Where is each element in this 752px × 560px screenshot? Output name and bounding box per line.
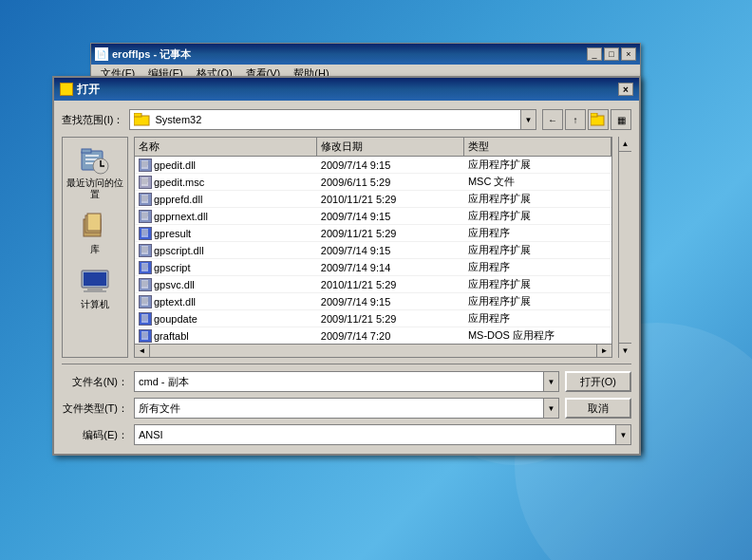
svg-rect-33 [141,229,148,237]
sidebar: 最近访问的位置 库 [62,137,128,358]
file-name: gpsvc.dll [154,279,195,290]
file-row[interactable]: gpprefd.dll 2010/11/21 5:29 应用程序扩展 [135,191,611,208]
dialog-close-btn[interactable]: × [618,83,633,96]
new-folder-btn[interactable] [588,109,609,130]
encoding-combo[interactable]: ANSI ▼ [134,424,631,445]
svg-rect-16 [84,290,106,292]
file-row[interactable]: gpedit.msc 2009/6/11 5:29 MSC 文件 [135,174,611,191]
file-type-icon [139,312,152,326]
file-row[interactable]: graftabl 2009/7/14 7:20 MS-DOS 应用程序 [135,327,611,344]
recent-icon [80,145,110,176]
sidebar-item-computer[interactable]: 计算机 [80,267,110,310]
file-type-icon [139,227,152,240]
svg-rect-5 [82,149,91,153]
svg-rect-3 [591,113,597,117]
location-combo[interactable]: System32 ▼ [129,109,536,130]
file-name: gpresult [154,228,191,239]
file-row[interactable]: gpsvc.dll 2010/11/21 5:29 应用程序扩展 [135,276,611,293]
file-type-cell: 应用程序 [464,226,611,240]
file-row[interactable]: gpscript.dll 2009/7/14 9:15 应用程序扩展 [135,242,611,259]
file-type-icon [139,261,152,274]
location-bar: 查找范围(I)： System32 ▼ ← ↑ ▦ [62,108,631,131]
bottom-form: 文件名(N)： cmd - 副本 ▼ 打开(O) 文件类型(T)： 所有文件 ▼… [62,364,631,446]
file-type-icon [139,176,152,189]
file-type-cell: 应用程序扩展 [464,277,611,291]
col-header-type[interactable]: 类型 [464,138,611,156]
svg-rect-49 [141,297,148,306]
up-btn[interactable]: ↑ [565,109,586,130]
svg-rect-57 [141,331,148,340]
encoding-dropdown-arrow[interactable]: ▼ [615,425,630,444]
file-name-cell: gptext.dll [135,295,317,308]
file-date-cell: 2009/7/14 7:20 [317,330,464,342]
filename-dropdown-arrow[interactable]: ▼ [543,372,558,391]
filetype-combo[interactable]: 所有文件 ▼ [134,398,559,419]
file-type-cell: 应用程序 [464,260,611,274]
scrollbar-horizontal[interactable]: ◄ ► [135,344,611,357]
encoding-label: 编码(E)： [62,428,128,442]
scrollbar-vertical[interactable]: ▲ ▼ [618,137,631,358]
view-btn[interactable]: ▦ [611,109,631,130]
cancel-btn[interactable]: 取消 [565,398,631,419]
file-type-icon [139,210,152,223]
file-type-icon [139,295,152,308]
file-date-cell: 2009/11/21 5:29 [317,313,464,325]
notepad-close-btn[interactable]: × [621,47,636,61]
notepad-win-controls: _ □ × [587,47,636,61]
library-icon [80,212,110,242]
dialog-title-label: 打开 [77,82,100,98]
file-row[interactable]: gpresult 2009/11/21 5:29 应用程序 [135,225,611,242]
notepad-title-text: erofflps - 记事本 [112,47,191,62]
col-header-name[interactable]: 名称 [135,138,317,156]
filename-value: cmd - 副本 [139,375,189,389]
encoding-row: 编码(E)： ANSI ▼ [62,423,631,446]
col-header-date[interactable]: 修改日期 [317,138,464,156]
file-name-cell: gpresult [135,227,317,240]
file-name-cell: goupdate [135,312,317,326]
sidebar-item-recent[interactable]: 最近访问的位置 [63,145,127,200]
notepad-minimize-btn[interactable]: _ [587,47,602,61]
file-type-cell: MSC 文件 [464,175,611,189]
file-row[interactable]: gpprnext.dll 2009/7/14 9:15 应用程序扩展 [135,208,611,225]
file-row[interactable]: gptext.dll 2009/7/14 9:15 应用程序扩展 [135,293,611,310]
dialog-title: 打开 [60,82,100,98]
file-type-icon [139,244,152,257]
sidebar-item-library[interactable]: 库 [80,212,110,255]
notepad-title: 📄 erofflps - 记事本 [95,47,191,62]
back-btn[interactable]: ← [542,109,563,130]
computer-icon [80,267,110,297]
file-type-icon [139,278,152,291]
filename-label: 文件名(N)： [62,375,128,389]
location-dropdown-arrow[interactable]: ▼ [520,110,536,129]
filename-combo[interactable]: cmd - 副本 ▼ [134,371,559,392]
notepad-titlebar: 📄 erofflps - 记事本 _ □ × [91,44,640,65]
file-name: gpscript [154,262,191,273]
notepad-maximize-btn[interactable]: □ [604,47,619,61]
filetype-dropdown-arrow[interactable]: ▼ [543,399,558,418]
file-type-icon [139,159,152,172]
file-name: gpprnext.dll [154,211,208,222]
dialog-body: 查找范围(I)： System32 ▼ ← ↑ ▦ [54,101,639,454]
file-date-cell: 2009/7/14 9:15 [317,159,464,171]
file-name-cell: gpprefd.dll [135,193,317,206]
library-label: 库 [90,244,100,255]
file-row[interactable]: goupdate 2009/11/21 5:29 应用程序 [135,310,611,327]
file-list-body: gpedit.dll 2009/7/14 9:15 应用程序扩展 gpedit.… [135,157,611,344]
file-name-cell: gpedit.msc [135,176,317,189]
file-date-cell: 2009/7/14 9:15 [317,211,464,222]
open-btn[interactable]: 打开(O) [565,371,631,392]
file-type-cell: 应用程序扩展 [464,294,611,308]
file-row[interactable]: gpedit.dll 2009/7/14 9:15 应用程序扩展 [135,157,611,174]
svg-rect-41 [141,263,148,271]
filename-row: 文件名(N)： cmd - 副本 ▼ 打开(O) [62,370,631,393]
file-name-cell: gpscript.dll [135,244,317,257]
file-type-icon [139,329,152,343]
file-date-cell: 2009/6/11 5:29 [317,177,464,188]
location-value: System32 [155,114,201,125]
file-name-cell: gpedit.dll [135,159,317,172]
file-row[interactable]: gpscript 2009/7/14 9:14 应用程序 [135,259,611,276]
filetype-value: 所有文件 [139,401,180,416]
file-list-header: 名称 修改日期 类型 [135,138,611,157]
file-name: gpedit.dll [154,159,196,171]
file-type-cell: 应用程序扩展 [464,209,611,223]
